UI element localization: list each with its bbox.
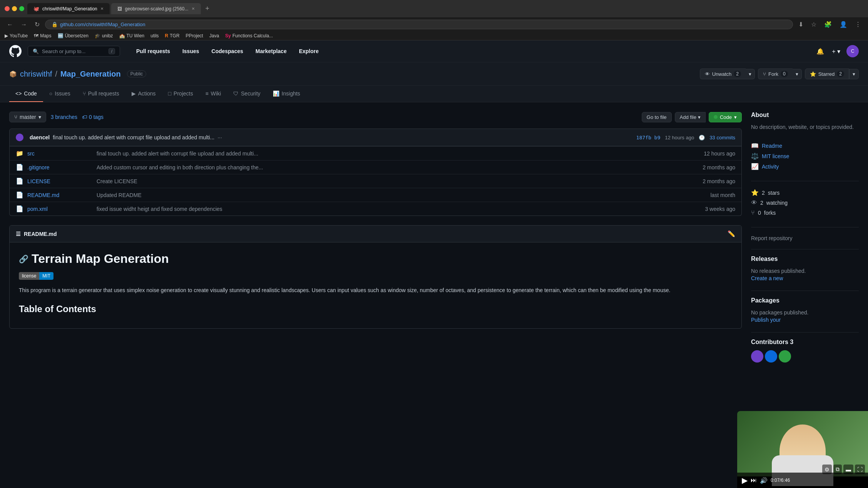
bookmark-java[interactable]: Java xyxy=(209,33,219,38)
address-bar[interactable]: 🔒 github.com/chriswithf/Map_Generation xyxy=(45,20,793,29)
fork-dropdown-button[interactable]: ▾ xyxy=(793,69,802,79)
tab-map-generation[interactable]: 🐙 chriswithf/Map_Generation ✕ xyxy=(27,3,110,14)
nav-issues[interactable]: Issues xyxy=(179,47,203,56)
commit-hash[interactable]: 187fb b9 xyxy=(636,135,661,140)
create-release-link[interactable]: Create a new xyxy=(751,275,783,281)
branch-selector-button[interactable]: ⑂ master ▾ xyxy=(9,112,46,122)
bookmark-youtube[interactable]: ▶YouTube xyxy=(5,33,28,38)
fork-button[interactable]: ⑂ Fork 0 xyxy=(758,69,793,79)
commits-count-link[interactable]: 33 commits xyxy=(709,135,735,140)
file-name-readme[interactable]: README.md xyxy=(27,192,97,198)
close-window-button[interactable] xyxy=(5,6,10,11)
file-name-src[interactable]: src xyxy=(27,150,97,157)
sidebar-links: 📖 Readme ⚖️ MIT license 📈 Activity xyxy=(751,140,859,172)
repo-name-link[interactable]: Map_Generation xyxy=(60,70,121,79)
nav-explore[interactable]: Explore xyxy=(295,47,322,56)
back-button[interactable]: ← xyxy=(5,20,15,29)
user-avatar[interactable]: C xyxy=(846,45,859,57)
contributors-title-text: Contributors xyxy=(751,339,788,345)
license-link[interactable]: MIT license xyxy=(762,153,789,159)
tab-geobrowser[interactable]: 🖼 geobrowser-scaled.jpg (2560... ✕ xyxy=(111,3,201,14)
edit-readme-button[interactable]: ✏️ xyxy=(728,230,735,237)
create-button[interactable]: + ▾ xyxy=(830,46,842,57)
search-bar[interactable]: 🔍 Search or jump to... / xyxy=(28,46,120,57)
new-tab-button[interactable]: + xyxy=(202,3,213,14)
sidebar-releases: Releases No releases published. Create a… xyxy=(751,256,859,281)
minimize-window-button[interactable] xyxy=(12,6,17,11)
report-link[interactable]: Report repository xyxy=(751,235,792,241)
tab-bar: 🐙 chriswithf/Map_Generation ✕ 🖼 geobrows… xyxy=(27,3,863,14)
readme-link[interactable]: Readme xyxy=(762,143,782,149)
add-file-button[interactable]: Add file ▾ xyxy=(675,112,706,122)
go-to-file-button[interactable]: Go to file xyxy=(642,112,672,122)
tab-code[interactable]: <> Code xyxy=(9,86,43,102)
releases-title: Releases xyxy=(751,256,859,262)
profile-icon[interactable]: 👤 xyxy=(837,20,850,29)
tab-wiki[interactable]: ≡ Wiki xyxy=(199,86,227,102)
nav-pull-requests[interactable]: Pull requests xyxy=(132,47,174,56)
bookmark-uebersetzen[interactable]: 🔤Übersetzen xyxy=(58,33,88,38)
unwatch-dropdown-button[interactable]: ▾ xyxy=(746,69,755,79)
bookmark-pproject[interactable]: PProject xyxy=(186,33,203,38)
notification-button[interactable]: 🔔 xyxy=(815,46,826,57)
file-name-pomxml[interactable]: pom.xml xyxy=(27,206,97,212)
license-value: MIT xyxy=(39,272,53,280)
menu-icon[interactable]: ⋮ xyxy=(853,20,863,29)
github-header: 🔍 Search or jump to... / Pull requests I… xyxy=(0,40,868,62)
sidebar-divider-4 xyxy=(751,291,859,291)
activity-link[interactable]: Activity xyxy=(762,164,779,170)
branch-name: master xyxy=(20,114,36,120)
repo-content: ⑂ master ▾ 3 branches 🏷 0 tags Go to fil… xyxy=(9,112,742,372)
bookmark-tgr[interactable]: RTGR xyxy=(165,33,180,38)
code-btn-label: Code xyxy=(720,114,732,120)
tab-actions[interactable]: ▶ Actions xyxy=(125,86,162,102)
file-name-gitignore[interactable]: .gitignore xyxy=(27,164,97,170)
tab-label: geobrowser-scaled.jpg (2560... xyxy=(125,6,189,12)
readme-header: ☰ README.md ✏️ xyxy=(10,226,741,242)
tab-pull-requests[interactable]: ⑂ Pull requests xyxy=(77,86,125,102)
extensions-icon[interactable]: 🧩 xyxy=(822,20,834,29)
close-tab-icon[interactable]: ✕ xyxy=(100,7,103,11)
bookmark-unibz[interactable]: 🎓unibz xyxy=(95,33,113,38)
nav-codespaces[interactable]: Codespaces xyxy=(208,47,247,56)
reload-button[interactable]: ↻ xyxy=(32,20,42,29)
branches-link[interactable]: 3 branches xyxy=(51,114,77,120)
star-button[interactable]: ⭐ Starred 2 xyxy=(805,69,849,79)
eye-icon: 👁 xyxy=(705,71,710,77)
tags-count: 0 xyxy=(89,114,92,120)
code-button[interactable]: Code ▾ xyxy=(709,112,742,122)
bookmark-functions[interactable]: SyFunctions Calcula... xyxy=(225,33,273,38)
publish-link[interactable]: Publish your xyxy=(751,317,781,323)
code-icon: <> xyxy=(15,90,22,97)
repo-owner-link[interactable]: chriswithf xyxy=(20,70,52,79)
forward-button[interactable]: → xyxy=(18,20,29,29)
readme-heading: 🔗 Terrain Map Generation xyxy=(19,252,732,266)
commit-meta: 187fb b9 12 hours ago 🕐 33 commits xyxy=(636,135,735,140)
file-message-license: Create LICENSE xyxy=(97,178,696,184)
tags-link[interactable]: 🏷 0 tags xyxy=(82,114,103,120)
tab-insights[interactable]: 📊 Insights xyxy=(267,86,306,102)
browser-chrome: 🐙 chriswithf/Map_Generation ✕ 🖼 geobrows… xyxy=(0,0,868,17)
bookmark-maps[interactable]: 🗺Maps xyxy=(34,33,51,38)
bookmark-tu-wien[interactable]: 🏫TU Wien xyxy=(119,33,145,38)
sidebar-report-item: Report repository xyxy=(751,234,859,243)
fullscreen-window-button[interactable] xyxy=(19,6,24,11)
nav-marketplace[interactable]: Marketplace xyxy=(252,47,290,56)
tab-issues[interactable]: ○ Issues xyxy=(43,86,77,102)
star-icon: ⭐ xyxy=(810,71,816,77)
star-dropdown-button[interactable]: ▾ xyxy=(849,69,859,79)
tab-projects[interactable]: □ Projects xyxy=(162,86,199,102)
close-tab-icon[interactable]: ✕ xyxy=(192,7,195,11)
tab-security[interactable]: 🛡 Security xyxy=(227,86,267,102)
stars-label: stars xyxy=(768,190,780,196)
sidebar-about: About No description, website, or topics… xyxy=(751,112,859,131)
bookmark-utils[interactable]: utils xyxy=(150,33,159,38)
unwatch-button[interactable]: 👁 Unwatch 2 xyxy=(700,69,746,79)
insights-icon: 📊 xyxy=(273,90,279,97)
download-icon[interactable]: ⬇ xyxy=(796,20,806,29)
list-icon: ☰ xyxy=(16,231,21,237)
table-row: 📄 pom.xml fixed issue widht heigt and fi… xyxy=(10,202,741,216)
file-name-license[interactable]: LICENSE xyxy=(27,178,97,184)
bookmark-icon[interactable]: ☆ xyxy=(809,20,819,29)
repo-actions: 👁 Unwatch 2 ▾ ⑂ Fork 0 ▾ ⭐ Starred 2 ▾ xyxy=(700,69,859,79)
